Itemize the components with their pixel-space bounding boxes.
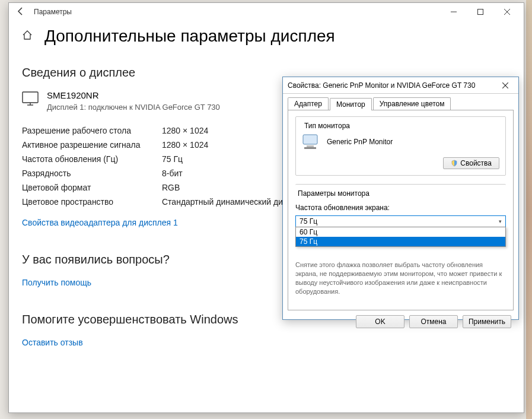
dialog-buttons: OK Отмена Применить [288,310,514,328]
hide-modes-hint: Снятие этого флажка позволяет выбрать ча… [295,261,506,296]
window-title: Параметры [34,8,72,16]
svg-rect-1 [477,9,483,15]
svg-rect-11 [304,147,316,149]
info-label: Разрешение рабочего стола [22,126,162,135]
heading-row: Дополнительные параметры дисплея [22,27,511,46]
get-help-link[interactable]: Получить помощь [22,278,91,287]
chevron-down-icon: ▾ [499,218,502,224]
combo-option-75[interactable]: 75 Гц [296,237,505,246]
window-controls [440,3,520,21]
dialog-titlebar: Свойства: Generic PnP Monitor и NVIDIA G… [283,77,518,94]
tab-color-management[interactable]: Управление цветом [373,97,451,110]
dialog-title: Свойства: Generic PnP Monitor и NVIDIA G… [288,81,497,90]
page-heading: Дополнительные параметры дисплея [44,27,335,46]
apply-button[interactable]: Применить [463,315,511,328]
info-label: Разрядность [22,169,162,178]
monitor-params-group: Параметры монитора Частота обновления эк… [295,184,506,296]
tab-panel: Тип монитора Generic PnP Monitor [288,110,514,310]
info-label: Цветовой формат [22,183,162,192]
properties-button-label: Свойства [460,159,492,167]
feedback-link[interactable]: Оставить отзыв [22,338,83,347]
monitor-type-name: Generic PnP Monitor [327,138,393,146]
close-icon [504,9,510,15]
monitor-icon [22,91,39,106]
combo-list: 60 Гц 75 Гц [295,227,506,247]
monitor-properties-button[interactable]: Свойства [443,157,499,169]
minimize-icon [451,9,457,15]
svg-rect-4 [23,92,38,103]
properties-dialog: Свойства: Generic PnP Monitor и NVIDIA G… [282,77,519,320]
monitor-params-legend: Параметры монитора [295,189,372,198]
info-label: Цветовое пространство [22,197,162,207]
monitor-type-row: Generic PnP Monitor [302,134,499,150]
tab-adapter[interactable]: Адаптер [288,97,329,110]
monitor-type-group: Тип монитора Generic PnP Monitor [295,116,506,176]
ok-button[interactable]: OK [356,315,404,328]
svg-rect-10 [307,145,314,147]
dialog-body: Адаптер Монитор Управление цветом Тип мо… [283,94,518,319]
info-label: Частота обновления (Гц) [22,154,162,164]
titlebar: Параметры [9,3,524,21]
cancel-button[interactable]: Отмена [409,315,458,328]
refresh-rate-combo[interactable]: 75 Гц ▾ 60 Гц 75 Гц [295,215,506,227]
maximize-icon [477,9,483,15]
close-icon [502,82,508,88]
combo-display[interactable]: 75 Гц ▾ [295,215,506,227]
info-label: Активное разрешение сигнала [22,140,162,150]
close-button[interactable] [493,3,520,21]
tab-monitor[interactable]: Монитор [330,98,372,110]
adapter-properties-link[interactable]: Свойства видеоадаптера для дисплея 1 [22,218,178,227]
combo-selected: 75 Гц [300,217,317,226]
back-button[interactable] [12,7,29,18]
combo-option-60[interactable]: 60 Гц [296,227,505,237]
tabs: Адаптер Монитор Управление цветом [288,97,514,110]
minimize-button[interactable] [440,3,467,21]
monitor-device-icon [302,134,321,150]
svg-rect-9 [303,135,317,144]
home-icon[interactable] [22,30,33,43]
monitor-desc: Дисплей 1: подключен к NVIDIA GeForce GT… [47,103,220,112]
background-edge [526,0,532,419]
shield-icon [451,160,458,167]
dialog-close-button[interactable] [497,81,514,90]
back-arrow-icon [16,7,26,16]
maximize-button[interactable] [467,3,493,21]
monitor-name: SME1920NR [47,90,220,100]
monitor-type-legend: Тип монитора [302,122,352,130]
refresh-rate-label: Частота обновления экрана: [295,204,506,212]
